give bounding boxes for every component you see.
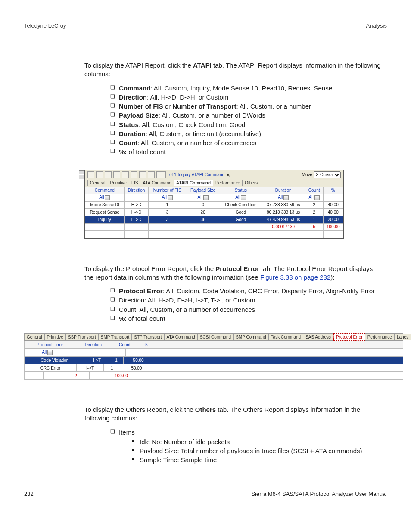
others-intro: To display the Others Report, click the … xyxy=(84,405,383,423)
list-item: Count: All, Custom, or a number of occur… xyxy=(110,139,383,147)
toolbar-button[interactable] xyxy=(105,171,112,178)
list-item: Payload Size: Total number of payloads i… xyxy=(132,447,383,455)
manual-title: Sierra M6-4 SAS/SATA Protocol Analyzer U… xyxy=(251,491,387,497)
dropdown-icon[interactable] xyxy=(283,195,289,200)
tab-general[interactable]: General xyxy=(25,334,45,340)
tab-protocol-error[interactable]: Protocol Error xyxy=(333,333,365,341)
atapi-columns-list: Command: All, Custom, Inquiry, Mode Sens… xyxy=(84,84,383,157)
protocol-tabs: GeneralPrimitiveSSP TransportSMP Transpo… xyxy=(24,333,403,341)
move-label: Move xyxy=(302,172,312,177)
page-footer: 232 Sierra M6-4 SAS/SATA Protocol Analyz… xyxy=(24,491,387,497)
list-item: Direction: All, H->D, D->H, or Custom xyxy=(110,93,383,102)
dropdown-icon[interactable] xyxy=(314,195,320,200)
tab-smp-transport[interactable]: SMP Transport xyxy=(99,334,132,340)
table-row[interactable]: Request SenseH->D320Good86.213 333 13 us… xyxy=(85,208,343,216)
table-row: 0.000171395100.00 xyxy=(85,223,343,230)
dropdown-icon[interactable] xyxy=(168,195,173,200)
toolbar-button[interactable] xyxy=(87,171,94,178)
toolbar-button[interactable] xyxy=(113,171,120,178)
list-item: Items Idle No: Number of idle packetsPay… xyxy=(110,428,383,465)
cursor-icon: ↖ xyxy=(227,172,231,179)
toolbar-button[interactable] xyxy=(148,171,155,178)
list-item: Status: All, Custom, Check Condition, Go… xyxy=(110,121,383,129)
tab-lanes[interactable]: Lanes xyxy=(395,334,411,340)
list-item: Duration: All, Custom, or time unit (acc… xyxy=(110,130,383,138)
toolbar-button[interactable] xyxy=(122,171,129,178)
list-item: Count: All, Custom, or a number of occur… xyxy=(110,305,383,314)
table-row: CommandDirectionNumber of FISPayload Siz… xyxy=(85,187,343,194)
table-row: 2100.00 xyxy=(24,372,403,380)
list-item: %: of total count xyxy=(110,314,383,323)
protocol-error-intro: To display the Protocol Error Report, cl… xyxy=(84,264,383,282)
list-item: Command: All, Custom, Inquiry, Mode Sens… xyxy=(110,84,383,93)
tab-atapi-command[interactable]: ATAPI Command xyxy=(174,180,213,186)
others-list: Items Idle No: Number of idle packetsPay… xyxy=(84,428,383,465)
tab-ssp-transport[interactable]: SSP Transport xyxy=(66,334,99,340)
tab-ata-command[interactable]: ATA Command xyxy=(165,334,198,340)
header-right: Analysis xyxy=(366,22,387,29)
tab-general[interactable]: General xyxy=(87,180,108,186)
toolbar: of 1 Inquiry ATAPI Command Move X-Cursor xyxy=(85,170,343,180)
table-row: Protocol ErrorDirectionCount% xyxy=(24,341,403,348)
tab-performance[interactable]: Performance xyxy=(365,334,395,340)
tab-scsi-command[interactable]: SCSI Command xyxy=(198,334,234,340)
protocol-error-columns-list: Protocol Error: All, Custom, Code Violat… xyxy=(84,287,383,323)
table-row: CRC ErrorI->T150.00 xyxy=(24,364,403,372)
table-row[interactable]: Mode Sense10H->D10Check Condition37.733 … xyxy=(85,201,343,208)
list-item: Number of FIS or Number of Transport: Al… xyxy=(110,102,383,111)
figure-xref-link[interactable]: Figure 3.33 on page 232 xyxy=(260,274,330,281)
tab-ata-command[interactable]: ATA Command xyxy=(140,180,174,186)
toolbar-button[interactable] xyxy=(131,171,137,178)
table-row: All--------- xyxy=(24,348,403,356)
dropdown-icon[interactable] xyxy=(47,350,53,355)
atapi-report-table: CommandDirectionNumber of FISPayload Siz… xyxy=(85,187,343,238)
tab-primitive[interactable]: Primitive xyxy=(45,334,66,340)
list-item: Sample Time: Sample time xyxy=(132,456,383,464)
atapi-report-window: ↖ of 1 Inquiry ATAPI Command Move X-Curs… xyxy=(84,170,344,239)
list-item: Direction: All, H->D, D->H, I->T, T->I, … xyxy=(110,296,383,305)
page-number: 232 xyxy=(24,491,34,497)
toolbar-status-text: of 1 Inquiry ATAPI Command xyxy=(169,172,224,177)
dropdown-icon[interactable] xyxy=(203,195,209,200)
tab-others[interactable]: Others xyxy=(242,180,260,186)
tab-performance[interactable]: Performance xyxy=(213,180,243,186)
toolbar-button[interactable] xyxy=(139,171,146,178)
tab-fis[interactable]: FIS xyxy=(129,180,141,186)
list-item: Protocol Error: All, Custom, Code Violat… xyxy=(110,287,383,296)
tab-sas-address[interactable]: SAS Address xyxy=(303,334,333,340)
tab-task-command[interactable]: Task Command xyxy=(269,334,303,340)
tab-smp-command[interactable]: SMP Command xyxy=(234,334,268,340)
dropdown-icon[interactable] xyxy=(241,195,246,200)
dropdown-icon[interactable] xyxy=(105,195,110,200)
page-header: Teledyne LeCroy Analysis xyxy=(24,22,387,31)
move-cursor-select[interactable]: X-Cursor xyxy=(314,171,341,178)
header-left: Teledyne LeCroy xyxy=(24,22,66,29)
tab-stp-transport[interactable]: STP Transport xyxy=(132,334,164,340)
list-item: Payload Size: All, Custom, or a number o… xyxy=(110,111,383,120)
table-row: Code ViolationI->T150.00 xyxy=(24,356,403,364)
toolbar-button[interactable] xyxy=(96,171,103,178)
list-item: %: of total count xyxy=(110,148,383,156)
protocol-error-report-window: GeneralPrimitiveSSP TransportSMP Transpo… xyxy=(24,333,403,380)
table-row[interactable]: All---AllAllAllAllAll--- xyxy=(85,194,343,201)
table-row[interactable]: InquiryH->D336Good47.439 998 63 us120.00 xyxy=(85,216,343,223)
list-item: Idle No: Number of idle packets xyxy=(132,438,383,446)
tab-primitive[interactable]: Primitive xyxy=(108,180,129,186)
atapi-intro: To display the ATAPI Report, click the A… xyxy=(84,61,383,79)
toolbar-field[interactable] xyxy=(156,171,166,178)
report-tabs: GeneralPrimitiveFISATA CommandATAPI Comm… xyxy=(85,180,343,187)
table-row[interactable] xyxy=(85,230,343,238)
